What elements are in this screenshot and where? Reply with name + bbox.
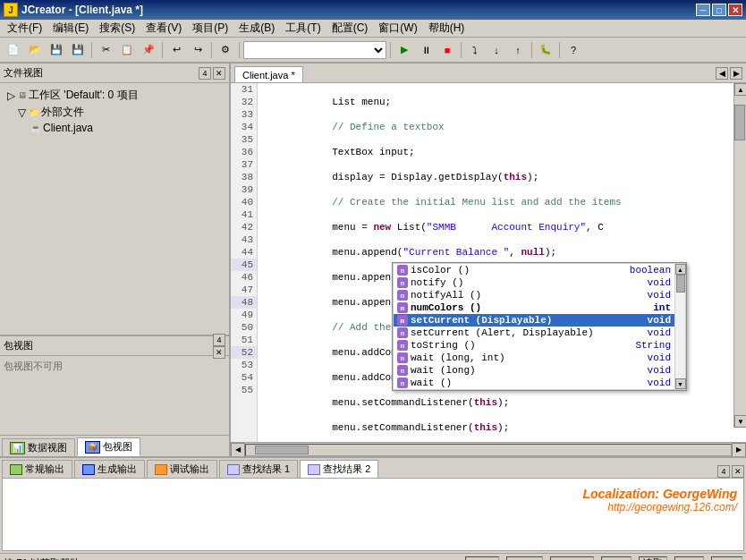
bottom-panel-close-button[interactable]: ✕: [732, 465, 744, 478]
menu-help[interactable]: 帮助(H): [423, 19, 470, 38]
step-out-button[interactable]: ↑: [508, 40, 528, 60]
ac-item-wait1[interactable]: m wait (long, int) void: [394, 352, 674, 364]
ac-method-icon: m: [397, 265, 408, 276]
stop-button[interactable]: ■: [437, 40, 457, 60]
menu-project[interactable]: 项目(P): [187, 19, 233, 38]
menu-build[interactable]: 生成(B): [233, 19, 280, 38]
status-num: NUM: [711, 556, 742, 561]
project-dropdown[interactable]: [243, 41, 386, 59]
open-button[interactable]: 📂: [25, 40, 45, 60]
ac-scroll-up[interactable]: ▲: [675, 264, 686, 275]
ac-item-notify[interactable]: m notify () void: [394, 276, 674, 289]
h-scroll-left-button[interactable]: ◀: [231, 443, 245, 457]
help-button[interactable]: ?: [564, 40, 583, 60]
menu-search[interactable]: 搜索(S): [94, 19, 140, 38]
toolbar-separator-5: [390, 42, 391, 58]
cut-button[interactable]: ✂: [96, 40, 115, 60]
tab-build-output[interactable]: 生成输出: [74, 460, 145, 478]
ac-scroll-down[interactable]: ▼: [675, 378, 686, 389]
tab-data-view[interactable]: 📊 数据视图: [2, 438, 75, 456]
line-num-46: 46: [231, 271, 257, 284]
toolbar-separator-7: [531, 42, 532, 58]
menu-config[interactable]: 配置(C): [326, 19, 374, 38]
horizontal-scrollbar[interactable]: ◀ ▶: [231, 442, 746, 456]
redo-button[interactable]: ↪: [188, 40, 208, 60]
ac-method-icon-9: m: [397, 365, 408, 376]
run-button[interactable]: ▶: [394, 40, 414, 60]
save-all-button[interactable]: 💾: [68, 40, 88, 60]
external-files-label: 外部文件: [41, 105, 84, 120]
file-view-pin-button[interactable]: 4: [199, 67, 211, 80]
h-scroll-right-button[interactable]: ▶: [732, 443, 746, 457]
ac-item-numColors[interactable]: m numColors () int: [394, 301, 674, 314]
ac-item-wait2[interactable]: m wait (long) void: [394, 364, 674, 377]
scroll-up-button[interactable]: ▲: [734, 83, 746, 96]
menu-file[interactable]: 文件(F): [2, 19, 47, 38]
h-scroll-track[interactable]: [245, 444, 732, 456]
tab-package-view[interactable]: 📦 包视图: [77, 437, 140, 456]
line-num-37: 37: [231, 158, 257, 171]
ac-scroll-track: [676, 275, 685, 378]
save-button[interactable]: 💾: [47, 40, 66, 60]
menu-view[interactable]: 查看(V): [140, 19, 187, 38]
menu-edit[interactable]: 编辑(E): [47, 19, 94, 38]
bottom-panel-pin-button[interactable]: 4: [717, 465, 730, 478]
ac-item-isColor[interactable]: m isColor () boolean: [394, 264, 674, 276]
copy-button[interactable]: 📋: [117, 40, 137, 60]
step-into-button[interactable]: ↓: [487, 40, 506, 60]
workspace-item[interactable]: ▷ 🖥 工作区 'Default': 0 项目: [2, 87, 227, 104]
vertical-scrollbar[interactable]: ▲ ▼: [733, 83, 746, 428]
tab-normal-output[interactable]: 常规输出: [2, 460, 72, 478]
file-view-close-button[interactable]: ✕: [213, 67, 225, 80]
code-line-35: // Create the initial Menu list and add …: [261, 196, 742, 208]
code-editor[interactable]: ▲ ▼ 31 32 33 34 35 36 37 38 39 40 41 42: [231, 83, 746, 442]
autocomplete-scrollbar[interactable]: ▲ ▼: [674, 264, 685, 389]
maximize-button[interactable]: □: [712, 4, 726, 16]
ac-item-wait3[interactable]: m wait () void: [394, 377, 674, 389]
h-scroll-thumb[interactable]: [255, 445, 309, 454]
minimize-button[interactable]: ─: [696, 4, 710, 16]
scroll-down-button[interactable]: ▼: [734, 415, 746, 428]
code-line-32: // Define a textbox: [261, 121, 742, 133]
line-num-49: 49: [231, 309, 257, 321]
status-char: Char 12: [550, 556, 594, 561]
close-button[interactable]: ✕: [728, 4, 742, 16]
menu-tools[interactable]: 工具(T): [280, 19, 326, 38]
line-num-55: 55: [231, 384, 257, 396]
ac-item-notifyAll[interactable]: m notifyAll () void: [394, 289, 674, 301]
ac-method-icon-3: m: [397, 290, 408, 301]
tab-debug-output[interactable]: 调试输出: [147, 460, 217, 478]
ac-method-icon-10: m: [397, 378, 408, 388]
ac-item-toString[interactable]: m toString () String: [394, 339, 674, 352]
autocomplete-items: m isColor () boolean m notify () void: [394, 264, 674, 389]
client-java-item[interactable]: ☕ Client.java: [2, 121, 227, 135]
line-num-32: 32: [231, 96, 257, 108]
ac-item-setCurrent2[interactable]: m setCurrent (Alert, Displayable) void: [394, 327, 674, 339]
editor-tab-bar: Client.java * ◀ ▶: [231, 64, 746, 83]
editor-nav-prev-button[interactable]: ◀: [716, 67, 728, 80]
status-right: Ln 45 Col 21 Char 12 OVR 读取 CAP NUM: [465, 556, 742, 561]
scroll-track: [734, 96, 746, 415]
editor-nav-next-button[interactable]: ▶: [730, 67, 742, 80]
bottom-tab-bar: 常规输出 生成输出 调试输出 查找结果 1 查找结果 2 4 ✕: [0, 458, 746, 478]
line-num-47: 47: [231, 284, 257, 296]
package-view-pin-button[interactable]: 4: [213, 334, 225, 346]
paste-button[interactable]: 📌: [139, 40, 158, 60]
package-view-content: 包视图不可用: [0, 356, 229, 377]
tab-find-results-2[interactable]: 查找结果 2: [300, 460, 378, 478]
tab-find-results-1[interactable]: 查找结果 1: [219, 460, 298, 478]
ac-scroll-thumb[interactable]: [676, 275, 685, 293]
step-over-button[interactable]: ⤵: [465, 40, 485, 60]
external-files-item[interactable]: ▽ 📁 外部文件: [2, 104, 227, 121]
undo-button[interactable]: ↩: [166, 40, 186, 60]
debug-button[interactable]: 🐛: [536, 40, 555, 60]
menu-window[interactable]: 窗口(W): [373, 19, 422, 38]
settings-button[interactable]: ⚙: [216, 40, 235, 60]
package-view-close-button[interactable]: ✕: [213, 346, 225, 359]
editor-tab-client-java[interactable]: Client.java *: [234, 66, 303, 82]
new-button[interactable]: 📄: [4, 40, 23, 60]
find-results-2-icon: [308, 464, 320, 475]
pause-button[interactable]: ⏸: [416, 40, 436, 60]
scroll-thumb[interactable]: [734, 105, 745, 140]
ac-item-setCurrent[interactable]: m setCurrent (Displayable) void: [394, 314, 674, 327]
